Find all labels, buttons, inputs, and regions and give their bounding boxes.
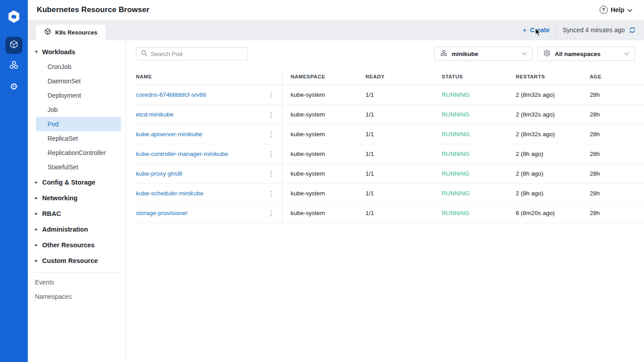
cell-namespace: kube-system (283, 151, 366, 157)
sidebar-group-label: Networking (42, 194, 78, 202)
table-row: kube-apiserver-minikube ⋮ kube-system 1/… (136, 125, 644, 144)
triangle-icon: ▸ (34, 242, 39, 248)
cell-age: 28h (590, 131, 644, 138)
cluster-select[interactable]: minikube (434, 47, 533, 61)
cell-ready: 1/1 (366, 210, 442, 216)
table-row: kube-proxy-ghs8l ⋮ kube-system 1/1 RUNNI… (136, 164, 644, 184)
table-row: kube-scheduler-minikube ⋮ kube-system 1/… (136, 184, 644, 203)
table-body: coredns-674b8bbfcf-srv88 ⋮ kube-system 1… (136, 85, 644, 223)
help-label: Help (611, 6, 624, 13)
pod-name-link[interactable]: kube-scheduler-minikube (136, 190, 204, 197)
sync-status: Synced 4 minutes ago (562, 26, 636, 34)
main-content: minikube All namespaces (126, 40, 644, 362)
toolbar-divider (556, 26, 556, 34)
cluster-icon (440, 49, 448, 59)
search-input[interactable] (151, 51, 243, 57)
cell-status: RUNNING (442, 210, 516, 216)
table-row: kube-controller-manager-minikube ⋮ kube-… (136, 144, 644, 164)
cell-status: RUNNING (442, 91, 516, 98)
sidebar-item-replicaset[interactable]: ReplicaSet (28, 131, 126, 146)
chevron-down-icon (522, 52, 527, 56)
sidebar-footer-item-namespaces[interactable]: Namespaces (28, 289, 126, 304)
help-menu[interactable]: ? Help (600, 6, 632, 14)
column-header-age: AGE (590, 74, 644, 79)
pod-name-link[interactable]: etcd-minikube (136, 111, 174, 118)
cube-icon (9, 39, 19, 51)
sidebar-item-replicationcontroller[interactable]: ReplicationController (28, 146, 126, 160)
kebab-menu-icon[interactable]: ⋮ (265, 110, 277, 119)
create-button[interactable]: + Create (522, 26, 550, 34)
cell-restarts: 2 (8h ago) (516, 151, 590, 157)
cell-age: 28h (590, 210, 644, 216)
top-header: Kubernetes Resource Browser ? Help (28, 0, 644, 20)
table-row: coredns-674b8bbfcf-srv88 ⋮ kube-system 1… (136, 85, 644, 105)
kebab-menu-icon[interactable]: ⋮ (265, 209, 277, 217)
kebab-menu-icon[interactable]: ⋮ (265, 150, 277, 158)
cell-ready: 1/1 (366, 111, 442, 118)
pod-name-link[interactable]: storage-provisioner (136, 210, 188, 216)
tab-k8s-resources[interactable]: K8s Resources (36, 25, 105, 40)
sidebar-group-label: Custom Resource (42, 257, 98, 264)
pod-name-link[interactable]: coredns-674b8bbfcf-srv88 (136, 91, 206, 98)
cell-namespace: kube-system (283, 111, 366, 118)
cell-status: RUNNING (442, 190, 516, 197)
pod-name-link[interactable]: kube-apiserver-minikube (136, 131, 202, 138)
rail-cluster-button[interactable] (5, 57, 22, 74)
sidebar-group[interactable]: ▾ Workloads (28, 44, 126, 60)
chevron-down-icon (624, 52, 629, 56)
sidebar-item-statefulset[interactable]: StatefulSet (28, 160, 126, 174)
cell-namespace: kube-system (283, 170, 366, 177)
tab-strip: K8s Resources + Create Synced 4 minutes … (28, 20, 644, 40)
cell-namespace: kube-system (283, 190, 366, 197)
cell-restarts: 6 (8m20s ago) (516, 210, 590, 216)
sidebar-item-label: ReplicaSet (48, 135, 78, 142)
namespace-select[interactable]: All namespaces (537, 47, 635, 61)
cell-status: RUNNING (442, 151, 516, 157)
kebab-menu-icon[interactable]: ⋮ (265, 169, 277, 178)
app-logo-icon (5, 8, 22, 25)
column-header-restarts: RESTARTS (516, 74, 590, 79)
sidebar-item-pod[interactable]: Pod (36, 117, 121, 131)
sidebar-group[interactable]: ▸ Config & Storage (28, 174, 126, 190)
sidebar-item-job[interactable]: Job (28, 103, 126, 117)
table-row: etcd-minikube ⋮ kube-system 1/1 RUNNING … (136, 105, 644, 125)
triangle-icon: ▸ (34, 195, 39, 201)
page-title: Kubernetes Resource Browser (37, 5, 149, 14)
cell-restarts: 2 (8m32s ago) (516, 131, 590, 138)
cell-status: RUNNING (442, 170, 516, 177)
sidebar-footer-item-events[interactable]: Events (28, 275, 126, 289)
sidebar-item-cronjob[interactable]: CronJob (28, 60, 126, 74)
sidebar-group[interactable]: ▸ RBAC (28, 206, 126, 221)
cell-age: 28h (590, 151, 644, 157)
kebab-menu-icon[interactable]: ⋮ (265, 130, 277, 138)
rail-resources-button[interactable] (5, 37, 22, 54)
sidebar-item-deployment[interactable]: Deployment (28, 88, 126, 103)
pod-name-link[interactable]: kube-controller-manager-minikube (136, 151, 228, 157)
table-row: storage-provisioner ⋮ kube-system 1/1 RU… (136, 203, 644, 223)
triangle-icon: ▸ (34, 226, 39, 232)
sidebar-footer: Events Namespaces (28, 275, 126, 304)
search-icon (141, 50, 148, 58)
sidebar-item-daemonset[interactable]: DaemonSet (28, 74, 126, 88)
synced-label: Synced 4 minutes ago (562, 26, 625, 34)
pod-name-link[interactable]: kube-proxy-ghs8l (136, 170, 183, 177)
cell-status: RUNNING (442, 131, 516, 138)
filter-row: minikube All namespaces (136, 47, 635, 61)
pods-table: NAME NAMESPACE READY STATUS RESTARTS AGE… (136, 68, 644, 223)
sidebar-group[interactable]: ▸ Other Resources (28, 237, 126, 253)
kebab-menu-icon[interactable]: ⋮ (265, 90, 277, 99)
triangle-icon: ▸ (34, 179, 39, 185)
sidebar-group[interactable]: ▸ Networking (28, 190, 126, 206)
sidebar-divider (31, 272, 122, 272)
sidebar-group[interactable]: ▸ Administration (28, 221, 126, 237)
kebab-menu-icon[interactable]: ⋮ (265, 189, 277, 198)
refresh-icon[interactable] (629, 26, 636, 34)
rail-settings-button[interactable]: ⚙ (5, 78, 22, 95)
cell-ready: 1/1 (366, 131, 442, 138)
sidebar-item-label: Deployment (48, 92, 81, 99)
sidebar-item-label: CronJob (48, 63, 71, 70)
sidebar-group[interactable]: ▸ Custom Resource (28, 253, 126, 268)
cell-restarts: 2 (8h ago) (516, 170, 590, 177)
sidebar-group-label: Config & Storage (42, 179, 95, 186)
search-box (136, 47, 248, 60)
